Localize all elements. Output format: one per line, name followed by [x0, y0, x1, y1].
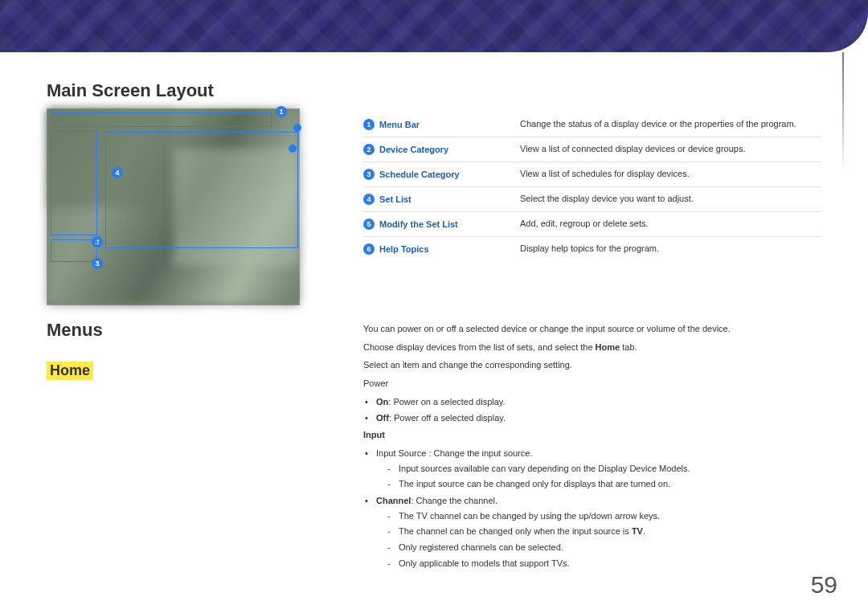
callout-dot-5: [289, 145, 297, 153]
list-item: Only registered channels can be selected…: [399, 540, 821, 555]
legend-row: 1Menu Bar Change the status of a display…: [363, 112, 821, 137]
callout-box-1: [51, 112, 272, 127]
page-number: 59: [811, 571, 837, 599]
legend-num-icon: 6: [363, 243, 375, 255]
list-item: The input source can be changed only for…: [399, 476, 821, 492]
legend-label-text: Device Category: [379, 145, 448, 154]
legend-label-text: Modify the Set List: [379, 219, 458, 229]
legend-desc: Select the display device you want to ad…: [520, 194, 821, 203]
header-pattern: [0, 0, 868, 52]
heading-main-screen-layout: Main Screen Layout: [47, 80, 214, 101]
legend-row: 5Modify the Set List Add, edit, regroup …: [363, 212, 821, 237]
decorative-line: [842, 52, 844, 173]
legend-num-icon: 1: [363, 119, 375, 130]
callout-badge-4: 4: [112, 167, 123, 178]
heading-menus: Menus: [47, 320, 103, 341]
legend-row: 2Device Category View a list of connecte…: [363, 137, 821, 162]
legend-num-icon: 2: [363, 144, 375, 155]
legend-num-icon: 5: [363, 219, 375, 230]
legend-label-text: Set List: [379, 194, 411, 204]
paragraph: Choose display devices from the list of …: [363, 340, 821, 355]
paragraph: Select an item and change the correspond…: [363, 358, 821, 373]
paragraph: You can power on or off a selected devic…: [363, 321, 821, 337]
legend-label-text: Menu Bar: [379, 120, 420, 129]
heading-home: Home: [47, 362, 93, 380]
legend-row: 6Help Topics Display help topics for the…: [363, 237, 821, 261]
legend-num-icon: 4: [363, 194, 375, 205]
section-head-power: Power: [363, 376, 821, 391]
callout-dot-6: [293, 124, 301, 132]
legend-desc: View a list of connected display devices…: [520, 144, 821, 153]
legend-num-icon: 3: [363, 169, 375, 180]
legend-label-text: Schedule Category: [379, 170, 460, 179]
legend-table: 1Menu Bar Change the status of a display…: [363, 112, 821, 261]
list-item: Input sources available can vary dependi…: [399, 461, 821, 476]
list-item: On: Power on a selected display.: [376, 394, 821, 410]
list-item: The TV channel can be changed by using t…: [399, 509, 821, 524]
legend-row: 4Set List Select the display device you …: [363, 187, 821, 212]
legend-desc: Change the status of a display device or…: [520, 119, 821, 129]
callout-badge-1: 1: [276, 106, 287, 117]
legend-row: 3Schedule Category View a list of schedu…: [363, 162, 821, 187]
section-head-input: Input: [363, 427, 821, 443]
callout-box-3: [51, 239, 97, 262]
legend-label-text: Help Topics: [379, 244, 429, 254]
legend-desc: View a list of schedules for display dev…: [520, 169, 821, 178]
layout-screenshot: 1 4 2 3: [47, 108, 300, 305]
callout-box-4: [105, 132, 298, 248]
legend-desc: Add, edit, regroup or delete sets.: [520, 219, 821, 228]
list-item: Channel: Change the channel. The TV chan…: [376, 493, 821, 570]
callout-box-2: [51, 131, 97, 235]
list-item: Input Source : Change the input source. …: [376, 446, 821, 492]
legend-desc: Display help topics for the program.: [520, 243, 821, 253]
list-item: Off: Power off a selected display.: [376, 411, 821, 426]
callout-badge-3: 3: [92, 258, 103, 269]
list-item: Only applicable to models that support T…: [399, 556, 821, 571]
list-item: The channel can be changed only when the…: [399, 524, 821, 539]
body-content: You can power on or off a selected devic…: [363, 321, 821, 572]
